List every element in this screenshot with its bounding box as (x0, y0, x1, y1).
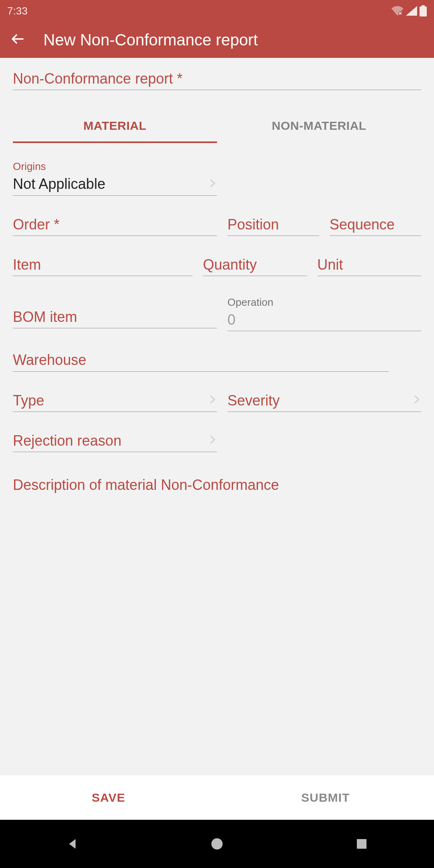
position-field[interactable]: Position (227, 216, 319, 236)
description-label: Description of material Non-Conformance (13, 477, 279, 493)
origins-value: Not Applicable (13, 175, 105, 192)
operation-field[interactable]: Operation 0 (227, 296, 421, 331)
chevron-right-icon (208, 395, 217, 405)
submit-button[interactable]: SUBMIT (217, 791, 434, 805)
sequence-label: Sequence (330, 216, 395, 233)
back-button[interactable] (10, 31, 26, 49)
report-field[interactable]: Non-Conformance report * (13, 70, 421, 90)
severity-label: Severity (227, 392, 280, 409)
origins-label: Origins (13, 160, 217, 173)
bom-item-field[interactable]: BOM item (13, 308, 217, 331)
page-title: New Non-Conformance report (43, 31, 258, 49)
order-field[interactable]: Order * (13, 216, 217, 236)
nav-back-button[interactable] (64, 836, 80, 852)
square-recent-icon (354, 836, 370, 852)
battery-icon (420, 5, 427, 16)
quantity-field[interactable]: Quantity (203, 256, 307, 276)
tab-non-material[interactable]: NON-MATERIAL (217, 110, 421, 143)
report-field-label: Non-Conformance report * (13, 70, 182, 87)
svg-rect-1 (420, 6, 427, 16)
arrow-left-icon (10, 31, 26, 47)
nav-recent-button[interactable] (354, 836, 370, 852)
app-bar: New Non-Conformance report (0, 22, 434, 58)
type-label: Type (13, 392, 44, 409)
chevron-right-icon (208, 179, 217, 189)
wifi-icon (391, 6, 403, 16)
sequence-field[interactable]: Sequence (330, 216, 421, 236)
save-button[interactable]: SAVE (0, 791, 217, 805)
quantity-label: Quantity (203, 256, 257, 273)
footer-bar: SAVE SUBMIT (0, 775, 434, 820)
unit-field[interactable]: Unit (317, 256, 421, 276)
operation-value: 0 (227, 311, 235, 328)
item-field[interactable]: Item (13, 256, 192, 276)
status-time: 7:33 (7, 5, 28, 17)
warehouse-field[interactable]: Warehouse (13, 351, 389, 371)
item-label: Item (13, 256, 41, 273)
nav-home-button[interactable] (209, 836, 225, 852)
svg-rect-2 (422, 5, 425, 7)
svg-point-3 (211, 838, 223, 850)
description-field[interactable]: Description of material Non-Conformance (13, 476, 421, 493)
android-nav-bar (0, 820, 434, 868)
chevron-right-icon (412, 395, 421, 405)
tabs: MATERIAL NON-MATERIAL (13, 110, 421, 143)
order-label: Order * (13, 216, 59, 233)
cell-signal-icon (406, 6, 417, 16)
tab-material[interactable]: MATERIAL (13, 110, 217, 143)
operation-label: Operation (227, 296, 421, 309)
unit-label: Unit (317, 256, 343, 273)
triangle-back-icon (64, 836, 80, 852)
bom-label: BOM item (13, 308, 77, 326)
rejection-reason-field[interactable]: Rejection reason (13, 432, 217, 452)
position-label: Position (227, 216, 279, 233)
form-content: Non-Conformance report * MATERIAL NON-MA… (0, 58, 434, 775)
circle-home-icon (209, 836, 225, 852)
type-field[interactable]: Type (13, 392, 217, 412)
status-bar: 7:33 (0, 0, 434, 22)
origins-field[interactable]: Origins Not Applicable (13, 160, 217, 195)
rejection-label: Rejection reason (13, 432, 121, 449)
status-icons (391, 5, 427, 16)
warehouse-label: Warehouse (13, 351, 86, 368)
svg-rect-4 (357, 839, 366, 849)
chevron-right-icon (208, 435, 217, 446)
severity-field[interactable]: Severity (227, 392, 421, 412)
